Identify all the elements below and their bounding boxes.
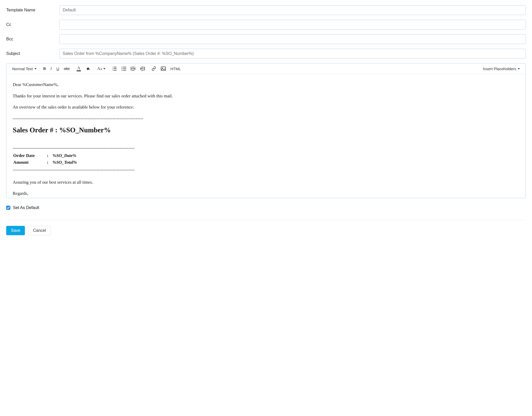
body-divider: ----------------------------------------… [13, 167, 519, 173]
text-style-label: Normal Text [12, 67, 33, 71]
bcc-label: Bcc [6, 37, 59, 41]
body-divider: ----------------------------------------… [13, 145, 519, 152]
body-so-heading: Sales Order # : %SO_Number% [13, 125, 519, 135]
svg-rect-21 [161, 67, 166, 70]
svg-rect-6 [113, 70, 117, 70]
body-detail-table: Order Date : %SO_Date% Amount : %SO_Tota… [13, 152, 77, 166]
email-body-editor[interactable]: Dear %CustomerName%, Thanks for your int… [6, 74, 526, 198]
svg-rect-18 [141, 68, 144, 69]
html-view-button[interactable]: HTML [170, 67, 181, 71]
amount-label: Amount [13, 159, 46, 166]
unordered-list-icon [121, 67, 126, 71]
svg-rect-10 [123, 68, 126, 69]
save-button[interactable]: Save [6, 226, 25, 235]
font-size-dropdown[interactable]: AA [97, 67, 105, 71]
svg-rect-4 [113, 68, 117, 69]
template-name-label: Template Name [6, 8, 59, 12]
email-editor: Normal Text B I U abc A AA [6, 63, 526, 198]
order-date-label: Order Date [13, 152, 46, 159]
svg-point-9 [121, 68, 122, 69]
outdent-icon [131, 67, 135, 71]
svg-rect-8 [123, 67, 126, 67]
cc-input[interactable] [59, 20, 526, 30]
svg-rect-16 [131, 67, 131, 70]
link-icon [152, 66, 156, 71]
svg-rect-20 [144, 67, 145, 70]
svg-point-0 [89, 69, 90, 70]
subject-input[interactable] [59, 49, 526, 59]
cc-label: Cc [6, 22, 59, 27]
body-greeting: Dear %CustomerName%, [13, 81, 519, 88]
font-color-button[interactable]: A [76, 66, 81, 71]
body-intro-2: An overview of the sales order is availa… [13, 104, 519, 111]
bcc-input[interactable] [59, 34, 526, 44]
body-regards: Regards, [13, 190, 519, 197]
svg-point-11 [121, 70, 122, 70]
caret-down-icon [34, 68, 37, 69]
subject-label: Subject [6, 51, 59, 56]
svg-rect-14 [132, 68, 134, 69]
svg-rect-12 [123, 70, 126, 70]
bold-button[interactable]: B [43, 67, 46, 71]
svg-rect-2 [113, 67, 117, 67]
editor-toolbar: Normal Text B I U abc A AA [6, 63, 526, 74]
ordered-list-icon: 1 2 3 [112, 67, 117, 71]
set-default-label: Set As Default [13, 205, 39, 210]
placeholders-label: Insert Placeholders [483, 67, 516, 71]
background-color-button[interactable] [86, 66, 90, 71]
outdent-button[interactable] [131, 67, 135, 71]
insert-link-button[interactable] [152, 66, 156, 71]
indent-icon [140, 67, 145, 71]
body-intro-1: Thanks for your interest in our services… [13, 93, 519, 99]
body-divider: ----------------------------------------… [13, 115, 519, 122]
svg-rect-19 [141, 70, 144, 70]
svg-text:3: 3 [112, 70, 113, 71]
amount-value: %SO_Total% [52, 159, 77, 166]
order-date-value: %SO_Date% [52, 152, 77, 159]
cancel-button[interactable]: Cancel [28, 226, 51, 235]
text-style-dropdown[interactable]: Normal Text [12, 67, 37, 71]
indent-button[interactable] [140, 67, 145, 71]
set-default-checkbox[interactable] [6, 206, 10, 210]
image-icon [161, 67, 166, 71]
insert-image-button[interactable] [161, 67, 166, 71]
underline-button[interactable]: U [56, 67, 59, 71]
unordered-list-button[interactable] [121, 67, 126, 71]
svg-rect-15 [132, 70, 134, 70]
svg-point-7 [121, 67, 122, 67]
caret-down-icon [518, 68, 520, 69]
template-name-input[interactable] [59, 5, 526, 15]
check-icon [7, 206, 10, 209]
paint-bucket-icon [86, 66, 90, 71]
strikethrough-button[interactable]: abc [64, 67, 70, 70]
caret-down-icon [103, 68, 105, 69]
svg-rect-13 [132, 67, 134, 67]
ordered-list-button[interactable]: 1 2 3 [112, 67, 117, 71]
body-assurance: Assuring you of our best services at all… [13, 179, 519, 186]
italic-button[interactable]: I [51, 67, 52, 71]
insert-placeholders-dropdown[interactable]: Insert Placeholders [483, 67, 520, 71]
svg-rect-17 [141, 67, 144, 67]
